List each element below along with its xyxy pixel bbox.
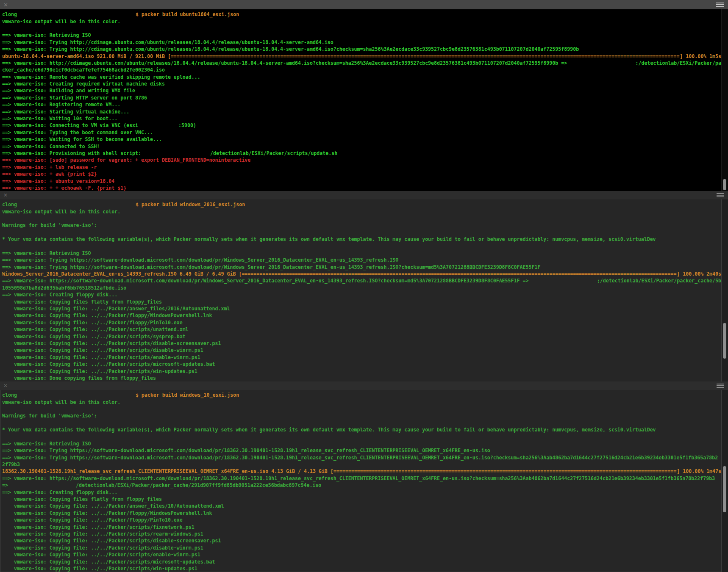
terminal-line: cker_cache/e6d790e1cf0dcbca7fefef75468ac… (2, 66, 721, 73)
terminal-line: ==> vmware-iso: Connected to SSH! (2, 143, 721, 149)
scrollbar-track (721, 199, 728, 381)
terminal-line: ==> vmware-iso: Retrieving ISO (2, 32, 721, 39)
terminal-line: vmware-iso: Copying file: ../../Packer/s… (2, 354, 721, 361)
terminal-line: clong$ packer build windows_2016_esxi.js… (2, 201, 721, 208)
terminal-output: clong$ packer build ubuntu1804_esxi.json… (0, 9, 728, 191)
scrollbar-thumb[interactable] (723, 323, 726, 359)
terminal-line: ==> vmware-iso: Starting HTTP server on … (2, 94, 721, 101)
pane-titlebar-windows10: ✕ (0, 381, 728, 390)
terminal-output: clong$ packer build windows_2016_esxi.js… (0, 199, 728, 381)
close-icon[interactable]: ✕ (3, 2, 8, 8)
terminal-line: vmware-iso: Copying file: ../../Packer/s… (2, 340, 721, 347)
terminal-line: vmware-iso: Copying file: ../../Packer/f… (2, 319, 721, 326)
terminal-line: vmware-iso: Copying file: ../../Packer/f… (2, 517, 721, 523)
terminal-line: ==> vmware-iso: Registering remote VM... (2, 101, 721, 108)
terminal-line: vmware-iso: Copying files flatly from fl… (2, 298, 721, 305)
terminal-line: vmware-iso output will be in this color. (2, 18, 721, 25)
terminal-line: ==> vmware-iso: Remote cache was verifie… (2, 74, 721, 80)
terminal-line: ==> vmware-iso: Trying http://cdimage.ub… (2, 46, 721, 53)
terminal-line: ==> vmware-iso: + awk {print $2} (2, 171, 721, 177)
terminal-line (2, 25, 721, 32)
terminal-line: vmware-iso: Copying file: ../../Packer/s… (2, 347, 721, 354)
terminal-line: vmware-iso: Copying file: ../../Packer/s… (2, 544, 721, 551)
terminal-line: ==> vmware-iso: https://software-downloa… (2, 475, 721, 482)
terminal-line: ==> vmware-iso: Starting virtual machine… (2, 108, 721, 115)
hamburger-menu-icon[interactable] (717, 193, 724, 197)
terminal-line: ==> vmware-iso: https://software-downloa… (2, 277, 721, 284)
terminal-line: vmware-iso: Copying file: ../../Packer/s… (2, 368, 721, 374)
terminal-line: ==> vmware-iso: Retrieving ISO (2, 250, 721, 257)
terminal-line: clong$ packer build ubuntu1804_esxi.json (2, 11, 721, 18)
terminal-line: vmware-iso: Copying file: ../../Packer/s… (2, 326, 721, 333)
hamburger-menu-icon[interactable] (716, 3, 724, 7)
terminal-line: ==> vmware-iso: Connecting to VM via VNC… (2, 122, 721, 129)
terminal-line: vmware-iso: Copying file: ../../Packer/a… (2, 503, 721, 509)
terminal-line: vmware-iso: Copying file: ../../Packer/s… (2, 523, 721, 530)
pane-titlebar-ubuntu: ✕ (0, 0, 728, 9)
pane-titlebar-windows2016: ✕ (0, 191, 728, 199)
terminal-line: vmware-iso output will be in this color. (2, 208, 721, 215)
terminal-line: ==> vmware-iso: Typing the boot command … (2, 129, 721, 136)
terminal-line: vmware-iso: Copying file: ../../Packer/s… (2, 558, 721, 565)
terminal-line: ubuntu-18.04.4-server-amd64.iso 921.00 M… (2, 53, 721, 59)
terminal-line: * Your vmx data contains the following v… (2, 236, 721, 243)
terminal-line: vmware-iso: Copying file: ../../Packer/f… (2, 312, 721, 319)
terminal-pane-windows-2016-esxi: clong$ packer build windows_2016_esxi.js… (0, 199, 728, 381)
terminal-line (2, 229, 721, 236)
terminal-multiplexer: ✕ clong$ packer build ubuntu1804_esxi.js… (0, 0, 728, 572)
terminal-line (2, 433, 721, 440)
terminal-line: vmware-iso output will be in this color. (2, 398, 721, 405)
terminal-line: Warnings for build 'vmware-iso': (2, 412, 721, 419)
terminal-line: ==> vmware-iso: Trying https://software-… (2, 257, 721, 263)
scrollbar-track (721, 9, 728, 191)
terminal-line: vmware-iso: Copying file: ../../Packer/s… (2, 537, 721, 544)
terminal-pane-windows-10-esxi: clong$ packer build windows_10_esxi.json… (0, 390, 728, 572)
terminal-line: ==> vmware-iso: + + echoawk -F. {print $… (2, 185, 721, 191)
terminal-line: vmware-iso: Copying file: ../../Packer/a… (2, 305, 721, 312)
terminal-line: ==> vmware-iso: + ubuntu_version=18.04 (2, 177, 721, 184)
scrollbar-thumb[interactable] (723, 466, 726, 512)
terminal-line: ==> vmware-iso: Provisioning with shell … (2, 150, 721, 157)
terminal-line: ==> vmware-iso: Waiting 10s for boot... (2, 115, 721, 122)
terminal-line: =>/detectionlab/ESXi/Packer/packer_cache… (2, 482, 721, 489)
terminal-line: vmware-iso: Copying files flatly from fl… (2, 496, 721, 503)
terminal-line: Windows_Server_2016_Datacenter_EVAL_en-u… (2, 271, 721, 277)
terminal-line: vmware-iso: Copying file: ../../Packer/s… (2, 531, 721, 537)
terminal-line: ==> vmware-iso: Waiting for SSH to becom… (2, 136, 721, 143)
terminal-line: ==> vmware-iso: Trying https://software-… (2, 454, 721, 461)
terminal-line: 1055098d7ba8d2d635babf6bb76518512afbde.i… (2, 285, 721, 291)
terminal-line: ==> vmware-iso: Creating floppy disk... (2, 291, 721, 298)
terminal-line: ==> vmware-iso: Retrieving ISO (2, 440, 721, 447)
scrollbar-thumb[interactable] (723, 179, 726, 190)
terminal-line (2, 215, 721, 222)
terminal-line: ==> vmware-iso: Creating required virtua… (2, 80, 721, 87)
terminal-line: vmware-iso: Copying file: ../../Packer/s… (2, 333, 721, 340)
terminal-line: * Your vmx data contains the following v… (2, 426, 721, 433)
close-icon[interactable]: ✕ (3, 193, 8, 198)
terminal-line (2, 243, 721, 249)
close-icon[interactable]: ✕ (3, 383, 8, 388)
scrollbar-track (721, 390, 728, 572)
terminal-line: ==> vmware-iso: Trying http://cdimage.ub… (2, 39, 721, 46)
terminal-line (2, 420, 721, 426)
terminal-output: clong$ packer build windows_10_esxi.json… (0, 390, 728, 572)
terminal-line: Warnings for build 'vmware-iso': (2, 222, 721, 229)
terminal-line: ==> vmware-iso: Trying https://software-… (2, 447, 721, 454)
terminal-line: ==> vmware-iso: Building and writing VMX… (2, 87, 721, 94)
terminal-line: 18362.30.190401-1528.19h1_release_svc_re… (2, 468, 721, 475)
terminal-line: ==> vmware-iso: [sudo] password for vagr… (2, 157, 721, 163)
terminal-line: vmware-iso: Done copying files from flop… (2, 375, 721, 381)
terminal-line: ==> vmware-iso: http://cdimage.ubuntu.co… (2, 60, 721, 66)
terminal-line: ==> vmware-iso: + lsb_release -r (2, 164, 721, 171)
terminal-line: clong$ packer build windows_10_esxi.json (2, 392, 721, 398)
terminal-line: ==> vmware-iso: Creating floppy disk... (2, 489, 721, 495)
terminal-pane-ubuntu1804-esxi: clong$ packer build ubuntu1804_esxi.json… (0, 9, 728, 191)
terminal-line: vmware-iso: Copying file: ../../Packer/s… (2, 565, 721, 572)
terminal-line: vmware-iso: Copying file: ../../Packer/s… (2, 361, 721, 368)
terminal-line: 2f79b3 (2, 461, 721, 468)
terminal-line: ==> vmware-iso: Trying https://software-… (2, 264, 721, 271)
terminal-line: vmware-iso: Copying file: ../../Packer/s… (2, 551, 721, 558)
terminal-line: vmware-iso: Copying file: ../../Packer/f… (2, 510, 721, 517)
hamburger-menu-icon[interactable] (717, 384, 724, 388)
terminal-line (2, 406, 721, 412)
